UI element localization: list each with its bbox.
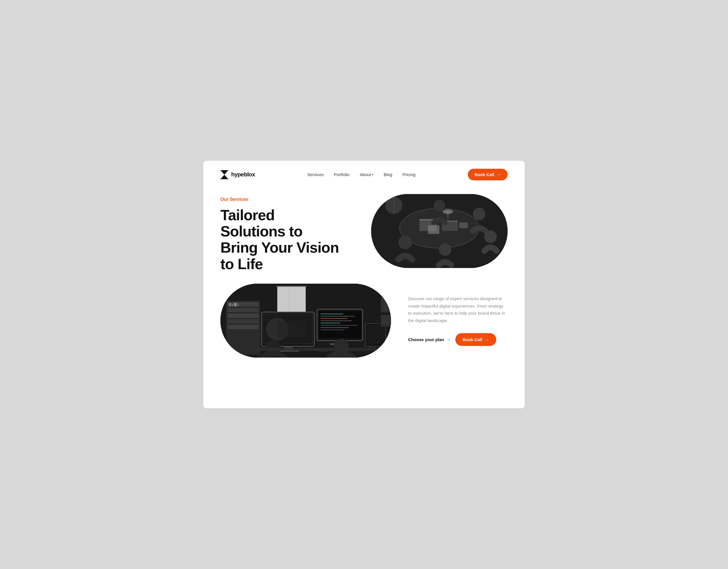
svg-point-13 [398,235,412,249]
svg-rect-18 [447,212,448,219]
svg-rect-50 [320,327,349,328]
cta-buttons: Choose your plan → Book Call → [408,333,508,346]
svg-rect-44 [320,314,343,315]
nav-links: Services Portfolio About ▾ Blog Pricing [307,172,415,177]
bottom-image-container [220,283,391,358]
svg-rect-43 [319,311,361,338]
brand-name: hypeblox [231,171,255,178]
description-text: Discover our range of expert services de… [408,295,508,324]
bottom-section: Discover our range of expert services de… [220,283,508,358]
workspace-image [220,283,391,358]
nav-item-blog[interactable]: Blog [384,172,392,177]
svg-point-10 [473,208,485,220]
meeting-image [371,194,508,268]
logo[interactable]: hypeblox [220,170,255,179]
workspace-scene-svg [220,283,391,358]
top-section: Our Services Tailored Solutions to Bring… [220,194,508,272]
svg-point-11 [434,200,445,211]
nav-item-portfolio[interactable]: Portfolio [334,172,349,177]
svg-rect-30 [229,303,231,307]
svg-rect-60 [382,299,390,311]
svg-rect-45 [320,316,355,317]
svg-rect-9 [459,222,468,228]
main-content: Our Services Tailored Solutions to Bring… [203,188,525,369]
svg-rect-48 [320,323,340,324]
svg-point-14 [439,243,451,256]
meeting-scene-svg [371,194,508,268]
svg-rect-28 [227,319,259,324]
main-heading: Tailored Solutions to Bring Your Vision … [220,207,350,272]
nav-item-pricing[interactable]: Pricing [402,172,415,177]
svg-rect-26 [227,308,259,312]
svg-rect-51 [320,330,345,330]
services-label: Our Services [220,197,350,202]
svg-rect-62 [382,316,390,326]
svg-rect-58 [367,325,384,345]
svg-rect-23 [276,286,307,287]
page-container: hypeblox Services Portfolio About ▾ Blog… [203,161,525,408]
svg-rect-32 [234,303,237,307]
svg-rect-29 [227,325,259,329]
top-image-container [364,194,508,268]
svg-rect-46 [320,318,348,319]
hourglass-icon [220,170,228,179]
nav-item-about[interactable]: About ▾ [360,172,373,177]
arrow-icon: → [497,172,501,177]
svg-rect-27 [227,314,259,318]
book-call-button-nav[interactable]: Book Call → [468,169,508,180]
left-content: Our Services Tailored Solutions to Bring… [220,194,350,272]
svg-rect-0 [220,170,228,171]
svg-rect-49 [320,325,357,326]
svg-rect-31 [232,304,233,307]
svg-rect-8 [428,225,439,234]
right-text-content: Discover our range of expert services de… [402,295,508,346]
svg-rect-47 [320,320,352,321]
svg-point-12 [484,230,497,243]
nav-item-services[interactable]: Services [307,172,324,177]
svg-rect-1 [220,179,228,179]
arrow-icon: → [485,337,489,342]
navbar: hypeblox Services Portfolio About ▾ Blog… [203,161,525,188]
chevron-down-icon: ▾ [372,173,373,176]
book-call-button-bottom[interactable]: Book Call → [455,333,496,346]
arrow-icon: → [446,337,451,342]
svg-rect-38 [277,321,306,338]
choose-plan-button[interactable]: Choose your plan → [408,337,451,342]
svg-rect-33 [237,303,239,307]
